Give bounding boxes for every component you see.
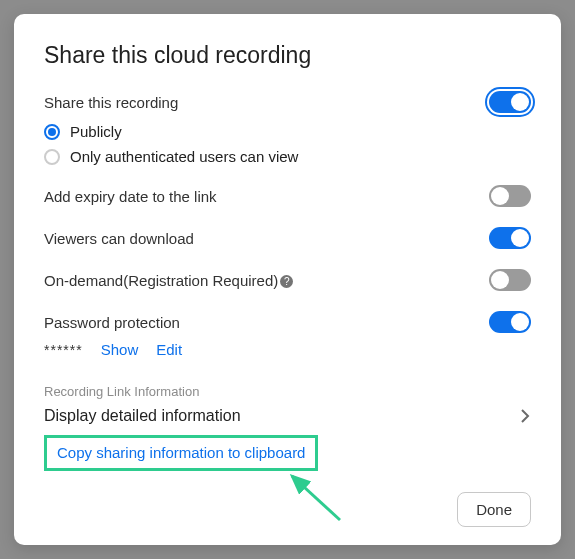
download-row: Viewers can download [44,227,531,249]
ondemand-toggle[interactable] [489,269,531,291]
share-recording-toggle[interactable] [489,91,531,113]
expiry-toggle[interactable] [489,185,531,207]
expiry-label: Add expiry date to the link [44,188,217,205]
help-icon[interactable]: ? [280,275,293,288]
share-recording-modal: Share this cloud recording Share this re… [14,14,561,545]
password-show-link[interactable]: Show [101,341,139,358]
ondemand-label: On-demand(Registration Required)? [44,272,293,289]
share-recording-row: Share this recording [44,91,531,113]
done-button[interactable]: Done [457,492,531,527]
ondemand-text: On-demand(Registration Required) [44,272,278,289]
link-info-heading: Recording Link Information [44,384,531,399]
display-detail-row[interactable]: Display detailed information [44,407,531,425]
download-toggle[interactable] [489,227,531,249]
option-publicly-label: Publicly [70,123,122,140]
password-label: Password protection [44,314,180,331]
share-recording-label: Share this recording [44,94,178,111]
download-label: Viewers can download [44,230,194,247]
chevron-right-icon [519,407,531,425]
display-detail-label: Display detailed information [44,407,241,425]
modal-title: Share this cloud recording [44,42,531,69]
password-toggle[interactable] [489,311,531,333]
expiry-row: Add expiry date to the link [44,185,531,207]
password-edit-link[interactable]: Edit [156,341,182,358]
radio-icon [44,124,60,140]
option-authenticated-label: Only authenticated users can view [70,148,298,165]
modal-footer: Done [457,492,531,527]
option-authenticated[interactable]: Only authenticated users can view [44,148,531,165]
radio-icon [44,149,60,165]
password-controls: ****** Show Edit [44,341,531,358]
copy-highlight: Copy sharing information to clipboard [44,435,318,471]
copy-sharing-link[interactable]: Copy sharing information to clipboard [57,444,305,461]
password-row: Password protection [44,311,531,333]
option-publicly[interactable]: Publicly [44,123,531,140]
ondemand-row: On-demand(Registration Required)? [44,269,531,291]
password-masked: ****** [44,342,83,358]
